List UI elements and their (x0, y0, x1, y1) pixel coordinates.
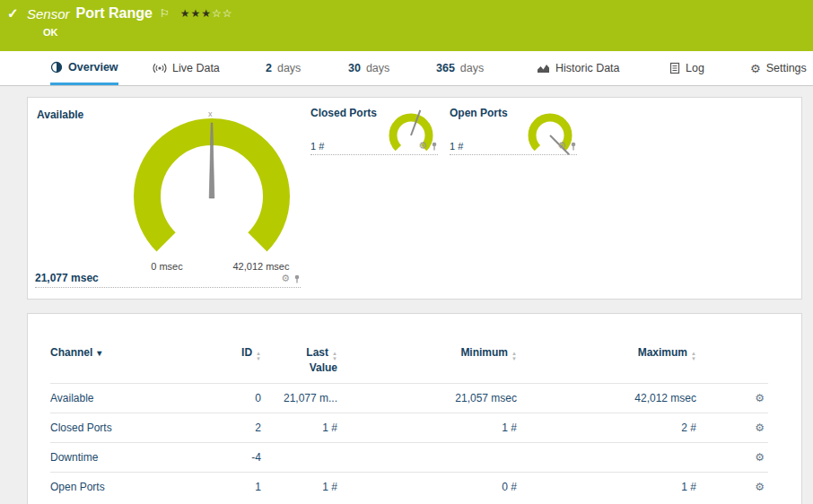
tab-settings-label: Settings (766, 62, 807, 74)
channel-name[interactable]: Downtime (50, 443, 203, 473)
page-title: Port Range (76, 5, 153, 22)
star-filled-icon[interactable]: ★ (180, 7, 191, 20)
channel-minimum: 1 # (337, 413, 517, 443)
tab-2-days[interactable]: 2 days (266, 51, 301, 85)
channel-maximum: 1 # (517, 473, 696, 502)
column-header-last-value[interactable]: Last▲▼ Value (261, 346, 337, 384)
historic-data-icon (537, 62, 550, 74)
channel-last-value (261, 443, 337, 473)
star-empty-icon[interactable]: ☆ (212, 7, 223, 20)
open-ports-gauge (510, 107, 590, 164)
channels-table: Channel▾ ID▲▼ Last▲▼ Value Minimum▲▼ Max… (50, 346, 768, 502)
column-header-channel[interactable]: Channel▾ (50, 346, 203, 384)
tab-overview[interactable]: Overview (50, 51, 118, 85)
column-header-id[interactable]: ID▲▼ (203, 346, 261, 384)
table-row[interactable]: Open Ports 1 1 # 0 # 1 # ⚙ (50, 473, 768, 502)
gauge-closed-ports-label: Closed Ports (310, 107, 377, 119)
tab-365-days-unit: days (460, 62, 484, 74)
status-badge: OK (43, 27, 58, 38)
column-label: Channel (50, 346, 92, 359)
live-data-icon (153, 62, 167, 74)
tab-historic-data[interactable]: Historic Data (537, 51, 620, 85)
column-label: Last (306, 346, 328, 359)
channel-id: 2 (203, 413, 261, 443)
column-header-maximum[interactable]: Maximum▲▼ (517, 346, 696, 384)
column-label: ID (241, 346, 252, 359)
closed-ports-gauge-actions: ⚙ (418, 140, 438, 152)
channel-settings-gear-icon[interactable]: ⚙ (696, 443, 768, 473)
channel-id: 1 (203, 473, 261, 502)
tab-bar: Overview Live Data 2 days 30 days 365 da… (0, 51, 813, 86)
channel-id: 0 (203, 384, 261, 413)
channel-maximum (517, 443, 696, 473)
closed-ports-gauge (371, 107, 451, 164)
column-label: Maximum (638, 346, 687, 359)
channel-settings-gear-icon[interactable]: ⚙ (696, 473, 768, 502)
settings-gear-icon: ⚙ (750, 62, 761, 75)
tab-2-days-number: 2 (266, 62, 272, 74)
channel-id: -4 (203, 443, 261, 473)
column-label: Minimum (460, 346, 508, 359)
star-filled-icon[interactable]: ★ (201, 7, 212, 20)
channel-last-value: 1 # (261, 413, 337, 443)
prtg-sensor-page: ✓ Sensor Port Range ⚐ ★★★☆☆ OK Overview (0, 0, 813, 504)
tab-log-label: Log (686, 62, 704, 74)
channel-minimum: 21,057 msec (337, 384, 517, 413)
gauge-max-marker: x (208, 109, 213, 118)
channels-panel: Channel▾ ID▲▼ Last▲▼ Value Minimum▲▼ Max… (27, 313, 802, 504)
sensor-kind-label: Sensor (27, 6, 70, 22)
tab-live-data-label: Live Data (172, 62, 220, 74)
open-ports-current-value: 1 # (450, 141, 463, 152)
channel-minimum (337, 443, 517, 473)
gauge-settings-gear-icon[interactable]: ⚙ (281, 273, 290, 284)
sensor-header: ✓ Sensor Port Range ⚐ ★★★☆☆ OK (0, 0, 813, 51)
log-icon (669, 62, 680, 74)
tab-live-data[interactable]: Live Data (153, 51, 220, 85)
channel-settings-gear-icon[interactable]: ⚙ (696, 413, 768, 443)
channel-minimum: 0 # (337, 473, 517, 502)
channel-settings-gear-icon[interactable]: ⚙ (696, 384, 768, 413)
sort-icon: ▲▼ (511, 351, 517, 361)
flag-icon[interactable]: ⚐ (160, 7, 170, 20)
tab-30-days-unit: days (366, 62, 389, 74)
priority-stars[interactable]: ★★★☆☆ (180, 7, 233, 20)
pin-icon[interactable] (293, 274, 301, 283)
gauge-open-ports-label: Open Ports (450, 107, 508, 119)
overview-icon (50, 61, 63, 74)
table-row[interactable]: Downtime -4 ⚙ (50, 443, 768, 473)
star-filled-icon[interactable]: ★ (190, 7, 201, 20)
tab-log[interactable]: Log (669, 51, 704, 85)
channel-name[interactable]: Open Ports (50, 473, 203, 502)
available-gauge-actions: ⚙ (281, 273, 301, 284)
open-ports-gauge-actions: ⚙ (557, 140, 577, 152)
column-header-actions (696, 346, 768, 384)
tab-settings[interactable]: ⚙ Settings (750, 51, 807, 85)
closed-ports-current-value: 1 # (310, 141, 324, 152)
sort-icon: ▲▼ (332, 351, 337, 361)
channel-last-value: 21,077 m... (261, 384, 337, 413)
tab-365-days[interactable]: 365 days (436, 51, 484, 85)
table-row[interactable]: Available 0 21,077 m... 21,057 msec 42,0… (50, 384, 768, 413)
gauge-available-label: Available (37, 109, 83, 121)
tab-historic-data-label: Historic Data (555, 62, 620, 74)
column-header-minimum[interactable]: Minimum▲▼ (337, 346, 517, 384)
channel-name[interactable]: Closed Ports (50, 413, 203, 443)
sort-descending-icon: ▾ (97, 348, 101, 358)
tab-30-days[interactable]: 30 days (348, 51, 389, 85)
star-empty-icon[interactable]: ☆ (223, 7, 233, 20)
gauge-settings-gear-icon[interactable]: ⚙ (557, 140, 566, 152)
column-label: Value (310, 361, 337, 374)
tab-2-days-unit: days (277, 62, 301, 74)
pin-icon[interactable] (570, 142, 577, 151)
gauge-settings-gear-icon[interactable]: ⚙ (418, 140, 427, 152)
table-header-row: Channel▾ ID▲▼ Last▲▼ Value Minimum▲▼ Max… (50, 346, 768, 384)
table-row[interactable]: Closed Ports 2 1 # 1 # 2 # ⚙ (50, 413, 768, 443)
available-value-line: 21,077 msec ⚙ (35, 266, 301, 288)
available-gauge: x (113, 105, 310, 257)
channel-name[interactable]: Available (50, 384, 203, 413)
pin-icon[interactable] (431, 142, 438, 151)
closed-ports-value-line: 1 # ⚙ (310, 137, 438, 155)
sort-icon: ▲▼ (256, 351, 261, 361)
channel-maximum: 2 # (517, 413, 696, 443)
tab-overview-label: Overview (68, 61, 118, 74)
